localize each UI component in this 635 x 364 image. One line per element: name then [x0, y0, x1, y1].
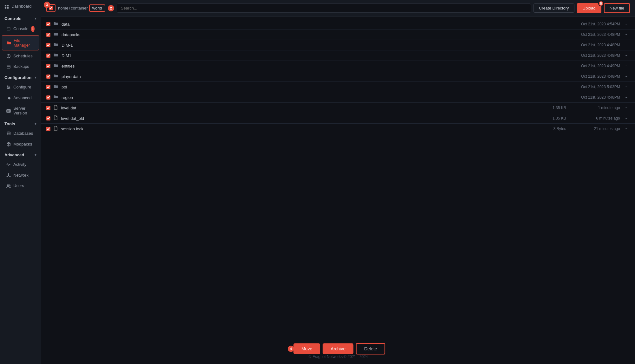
file-doc-icon — [54, 126, 58, 132]
svg-rect-1 — [7, 4, 9, 6]
console-badge: 1 — [31, 26, 35, 32]
table-row[interactable]: playerdata Oct 21st, 2023 4:48PM ··· — [41, 71, 635, 82]
table-row[interactable]: datapacks Oct 21st, 2023 4:48PM ··· — [41, 29, 635, 40]
badge-2: 2 — [108, 5, 114, 11]
file-name: level.dat — [61, 106, 538, 110]
svg-rect-3 — [7, 7, 9, 8]
svg-rect-6 — [7, 66, 10, 68]
delete-button[interactable]: Delete — [356, 343, 385, 354]
file-name: DIM-1 — [62, 43, 538, 48]
file-checkbox[interactable] — [46, 116, 50, 120]
folder-icon — [54, 53, 58, 58]
file-menu-button[interactable]: ··· — [623, 74, 630, 79]
users-icon — [6, 183, 11, 188]
file-checkbox[interactable] — [46, 85, 50, 89]
file-size: 3 Bytes — [541, 127, 566, 131]
table-row[interactable]: level.dat_old 1.35 KB 6 minutes ago ··· — [41, 113, 635, 124]
archive-button[interactable]: Archive — [323, 343, 354, 354]
file-menu-button[interactable]: ··· — [623, 105, 630, 111]
svg-point-18 — [7, 185, 9, 186]
sidebar-item-backups[interactable]: Backups — [2, 62, 39, 72]
file-checkbox[interactable] — [46, 75, 50, 79]
svg-point-13 — [10, 112, 10, 112]
sidebar-item-console[interactable]: Console 1 — [2, 23, 39, 35]
move-button[interactable]: Move — [293, 343, 320, 354]
new-file-button[interactable]: New file — [604, 3, 630, 13]
breadcrumb-world[interactable]: world — [89, 4, 105, 12]
upload-button[interactable]: Upload — [577, 3, 601, 13]
search-input[interactable] — [117, 3, 531, 13]
sidebar-item-file-manager[interactable]: File Manager — [2, 35, 39, 50]
sidebar-item-network[interactable]: Network — [2, 170, 39, 180]
file-checkbox[interactable] — [46, 106, 50, 110]
folder-icon — [54, 84, 58, 90]
file-name: session.lock — [61, 127, 538, 131]
sidebar-item-users[interactable]: Users — [2, 181, 39, 191]
file-menu-button[interactable]: ··· — [623, 115, 630, 121]
table-row[interactable]: level.dat 1.35 KB 1 minute ago ··· — [41, 103, 635, 113]
file-name: data — [62, 22, 538, 27]
table-row[interactable]: region Oct 21st, 2023 4:48PM ··· — [41, 92, 635, 103]
file-menu-button[interactable]: ··· — [623, 63, 630, 69]
table-row[interactable]: DIM1 Oct 21st, 2023 4:48PM ··· — [41, 50, 635, 61]
file-checkbox[interactable] — [46, 43, 50, 47]
archive-icon — [6, 64, 11, 69]
file-menu-button[interactable]: ··· — [623, 84, 630, 90]
activity-icon — [6, 162, 11, 167]
file-name: entities — [62, 64, 538, 68]
table-row[interactable]: data Oct 21st, 2023 4:54PM ··· — [41, 19, 635, 29]
breadcrumb-container[interactable]: container — [71, 6, 88, 10]
sidebar-item-configure[interactable]: Configure — [2, 82, 39, 92]
sidebar-item-schedules[interactable]: Schedules — [2, 51, 39, 61]
sidebar-item-modpacks[interactable]: Modpacks — [2, 139, 39, 149]
file-menu-button[interactable]: ··· — [623, 94, 630, 100]
file-checkbox[interactable] — [46, 127, 50, 131]
folder-icon — [54, 63, 58, 69]
main-content: 3 home / container world 2 Create Direct… — [41, 0, 635, 364]
controls-chevron: ▾ — [35, 16, 36, 21]
sidebar-item-activity[interactable]: Activity — [2, 159, 39, 170]
create-directory-button[interactable]: Create Directory — [534, 3, 574, 13]
dashboard-label: Dashboard — [11, 4, 32, 9]
file-checkbox[interactable] — [46, 54, 50, 58]
file-menu-button[interactable]: ··· — [623, 32, 630, 37]
users-label: Users — [13, 183, 24, 188]
file-checkbox[interactable] — [46, 95, 50, 100]
file-checkbox[interactable] — [46, 64, 50, 68]
folder-icon — [7, 40, 11, 45]
table-row[interactable]: session.lock 3 Bytes 21 minutes ago ··· — [41, 124, 635, 134]
bottom-action-bar: 4 Move Archive Delete — [291, 343, 385, 354]
folder-icon — [54, 42, 58, 48]
file-manager-label: File Manager — [14, 38, 34, 48]
sidebar-item-databases[interactable]: Databases — [2, 128, 39, 139]
sidebar-item-server-version[interactable]: Server Version — [2, 103, 39, 118]
file-date: 1 minute ago — [569, 106, 620, 110]
breadcrumb-home[interactable]: home — [58, 6, 69, 10]
file-date: Oct 21st, 2023 4:48PM — [569, 95, 620, 100]
file-date: Oct 21st, 2023 4:48PM — [569, 32, 620, 37]
file-checkbox[interactable] — [46, 33, 50, 37]
sidebar-item-advanced-config[interactable]: Advanced — [2, 93, 39, 103]
file-menu-button[interactable]: ··· — [623, 53, 630, 58]
file-name: region — [62, 95, 538, 100]
file-date: Oct 21st, 2023 4:54PM — [569, 22, 620, 26]
table-row[interactable]: DIM-1 Oct 21st, 2023 4:48PM ··· — [41, 40, 635, 50]
sidebar: Dashboard Controls ▾ Console 1 File Mana… — [0, 0, 41, 364]
file-menu-button[interactable]: ··· — [623, 21, 630, 27]
folder-icon — [54, 32, 58, 37]
file-menu-button[interactable]: ··· — [623, 126, 630, 132]
file-size: 1.35 KB — [541, 116, 566, 120]
dashboard-link[interactable]: Dashboard — [0, 0, 41, 13]
advanced-chevron: ▾ — [35, 153, 36, 157]
configure-label: Configure — [13, 85, 31, 89]
svg-rect-0 — [5, 4, 6, 6]
file-doc-icon — [54, 105, 58, 111]
svg-point-7 — [7, 86, 8, 87]
table-row[interactable]: poi Oct 21st, 2023 5:03PM ··· — [41, 82, 635, 92]
databases-label: Databases — [13, 131, 33, 136]
file-menu-button[interactable]: ··· — [623, 42, 630, 48]
network-label: Network — [13, 173, 29, 178]
file-checkbox[interactable] — [46, 22, 50, 26]
table-row[interactable]: entities Oct 21st, 2023 4:49PM ··· — [41, 61, 635, 71]
topbar: 3 home / container world 2 Create Direct… — [41, 0, 635, 16]
